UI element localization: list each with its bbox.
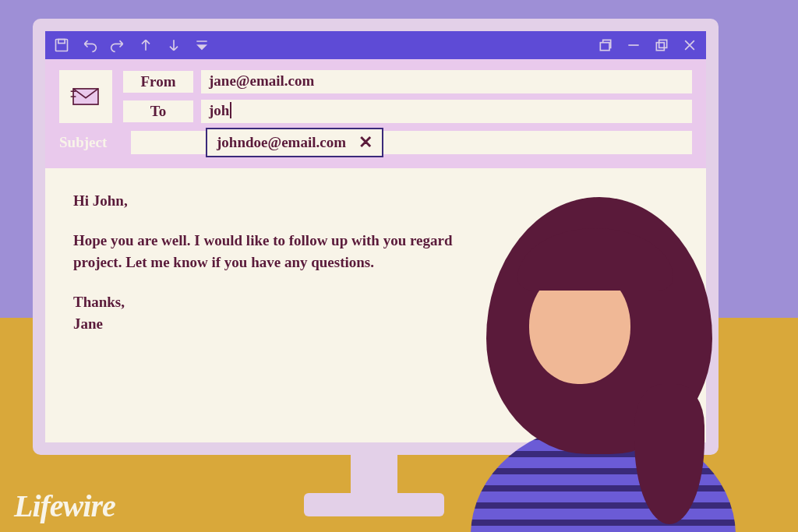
close-icon[interactable] (681, 37, 698, 54)
minimize-icon[interactable] (625, 37, 642, 54)
email-header-section: From jane@email.com To joh Subject johnd… (45, 59, 706, 168)
to-partial-text: joh (209, 102, 231, 118)
to-input[interactable]: joh (201, 100, 692, 123)
undo-icon[interactable] (81, 37, 98, 54)
autocomplete-text: johndoe@email.com (217, 134, 346, 151)
window-toolbar (45, 31, 706, 59)
maximize-icon[interactable] (653, 37, 670, 54)
svg-rect-0 (56, 40, 68, 51)
from-field-row: From jane@email.com (123, 70, 692, 93)
save-icon[interactable] (53, 37, 70, 54)
monitor-neck (351, 454, 397, 501)
to-label: To (123, 100, 193, 122)
toolbar-left-group (53, 37, 210, 54)
svg-rect-2 (600, 43, 609, 51)
autocomplete-remove-icon[interactable]: ✕ (358, 132, 373, 153)
svg-rect-4 (659, 40, 667, 48)
svg-rect-1 (58, 40, 65, 44)
watermark-logo: Lifewire (14, 488, 115, 524)
arrow-up-icon[interactable] (137, 37, 154, 54)
autocomplete-suggestion[interactable]: johndoe@email.com ✕ (206, 128, 383, 157)
person-illustration (440, 197, 767, 532)
arrow-down-icon[interactable] (165, 37, 182, 54)
redo-icon[interactable] (109, 37, 126, 54)
envelope-icon (59, 70, 112, 123)
from-input[interactable]: jane@email.com (201, 70, 692, 93)
restore-window-icon[interactable] (597, 37, 614, 54)
to-field-row: To joh (123, 100, 692, 123)
svg-rect-3 (656, 43, 664, 51)
from-label: From (123, 71, 193, 93)
dropdown-toggle-icon[interactable] (193, 37, 210, 54)
subject-label: Subject (59, 134, 123, 151)
toolbar-right-group (597, 37, 698, 54)
